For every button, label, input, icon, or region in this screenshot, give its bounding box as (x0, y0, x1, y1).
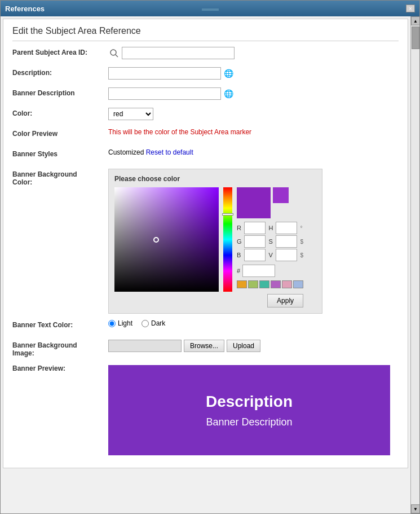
gradient-overlay (114, 187, 219, 292)
apply-button[interactable]: Apply (267, 294, 303, 307)
browse-button[interactable]: Browse... (184, 340, 224, 352)
banner-bg-color-control: Please choose color (108, 169, 399, 314)
banner-bg-image-row: Banner BackgroundImage: Browse... Upload (12, 340, 399, 357)
svg-line-1 (116, 55, 118, 57)
hue-slider[interactable] (223, 187, 232, 292)
color-row: Color: red blue green (12, 108, 399, 122)
file-path-input[interactable] (108, 340, 182, 352)
color-gradient-area[interactable] (114, 187, 219, 292)
color-picker-main: R 130 H 269 ° G 74 S 61 $ B (114, 187, 316, 307)
scroll-down-arrow[interactable]: ▼ (411, 504, 420, 513)
banner-description-label: Banner Description (12, 87, 108, 97)
banner-description-control: 🌐 (108, 87, 399, 100)
hue-indicator (222, 213, 233, 216)
color-picker-title: Please choose color (114, 175, 316, 183)
swatch-2[interactable] (248, 280, 258, 288)
color-swatches-top (237, 187, 303, 218)
description-input-row: Administration 🌐 (108, 67, 399, 80)
color-swatches-bottom (237, 280, 303, 288)
h-label: H (269, 225, 273, 231)
color-preview-label: Color Preview (12, 128, 108, 138)
banner-styles-text: Customized (108, 148, 144, 156)
color-right-panel: R 130 H 269 ° G 74 S 61 $ B (237, 187, 303, 307)
h-input[interactable]: 269 (276, 222, 297, 234)
banner-bg-image-label: Banner BackgroundImage: (12, 340, 108, 357)
hash-label: # (237, 267, 240, 274)
color-select[interactable]: red blue green (108, 108, 153, 120)
dark-label: Dark (151, 319, 165, 327)
banner-description-row: Banner Description 🌐 (12, 87, 399, 102)
hex-input[interactable]: 824ABE (242, 265, 275, 277)
swatch-3[interactable] (259, 280, 269, 288)
v-label: V (269, 252, 273, 258)
description-row: Description: Administration 🌐 (12, 67, 399, 82)
light-radio-label[interactable]: Light (108, 319, 132, 327)
hex-row: # 824ABE (237, 265, 303, 277)
scrollbar[interactable]: ▲ ▼ (410, 16, 419, 513)
banner-description-input[interactable] (108, 87, 221, 100)
b-input[interactable]: 190 (244, 249, 266, 261)
page-title: Edit the Subject Area Reference (12, 26, 399, 41)
dark-radio-label[interactable]: Dark (142, 319, 165, 327)
swatch-6[interactable] (293, 280, 303, 288)
color-control: red blue green (108, 108, 399, 120)
color-preview-small (273, 187, 289, 203)
banner-preview-title: Description (206, 393, 293, 411)
light-radio[interactable] (108, 320, 116, 327)
description-input[interactable]: Administration (108, 67, 221, 80)
title-bar: References × (1, 1, 419, 16)
r-label: R (237, 225, 242, 231)
v-suffix: $ (300, 252, 304, 258)
h-suffix: ° (300, 225, 304, 231)
color-preview-big (237, 187, 271, 218)
banner-globe-icon[interactable]: 🌐 (223, 89, 233, 99)
parent-subject-area-id-input[interactable] (122, 47, 235, 59)
s-label: S (269, 238, 273, 245)
banner-preview: Description Banner Description (108, 365, 390, 455)
banner-bg-color-label: Banner BackgroundColor: (12, 169, 108, 186)
g-input[interactable]: 74 (244, 235, 266, 248)
swatch-4[interactable] (271, 280, 281, 288)
r-input[interactable]: 130 (244, 222, 266, 234)
banner-bg-image-control: Browse... Upload (108, 340, 399, 352)
dark-radio[interactable] (142, 320, 149, 327)
window-body: Edit the Subject Area Reference Parent S… (3, 19, 408, 468)
banner-preview-control: Description Banner Description (108, 363, 399, 455)
resize-indicator (202, 8, 219, 11)
g-label: G (237, 238, 242, 245)
swatch-5[interactable] (282, 280, 292, 288)
description-control: Administration 🌐 (108, 67, 399, 80)
banner-text-color-row: Banner Text Color: Light Dark (12, 319, 399, 334)
light-label: Light (118, 319, 132, 327)
color-label: Color: (12, 108, 108, 117)
close-button[interactable]: × (406, 5, 415, 12)
banner-styles-control: Customized Reset to default (108, 148, 399, 156)
file-input-row: Browse... Upload (108, 340, 399, 352)
rgb-inputs: R 130 H 269 ° G 74 S 61 $ B (237, 222, 303, 261)
svg-point-0 (110, 50, 116, 55)
scroll-thumb[interactable] (412, 27, 419, 49)
color-picker-container: Please choose color (108, 169, 322, 314)
parent-subject-area-id-control (108, 47, 399, 59)
color-preview-row: Color Preview This will be the color of … (12, 128, 399, 143)
globe-icon[interactable]: 🌐 (223, 68, 233, 78)
reset-to-default-link[interactable]: Reset to default (146, 148, 193, 156)
title-bar-buttons: × (406, 5, 415, 12)
s-input[interactable]: 61 (276, 235, 297, 248)
hue-slider-container (223, 187, 232, 292)
banner-text-color-label: Banner Text Color: (12, 319, 108, 329)
swatch-1[interactable] (237, 280, 247, 288)
banner-preview-row: Banner Preview: Description Banner Descr… (12, 363, 399, 455)
scroll-up-arrow[interactable]: ▲ (411, 16, 420, 25)
banner-bg-color-row: Banner BackgroundColor: Please choose co… (12, 169, 399, 314)
parent-subject-area-id-label: Parent Subject Area ID: (12, 47, 108, 56)
banner-styles-label: Banner Styles (12, 148, 108, 158)
banner-description-input-row: 🌐 (108, 87, 399, 100)
upload-button[interactable]: Upload (227, 340, 260, 352)
v-input[interactable]: 75 (276, 249, 297, 261)
color-preview-control: This will be the color of the Subject Ar… (108, 128, 399, 136)
search-icon[interactable] (108, 47, 120, 59)
text-color-radio-group: Light Dark (108, 319, 399, 327)
window-title: References (5, 5, 45, 13)
s-suffix: $ (300, 239, 304, 245)
